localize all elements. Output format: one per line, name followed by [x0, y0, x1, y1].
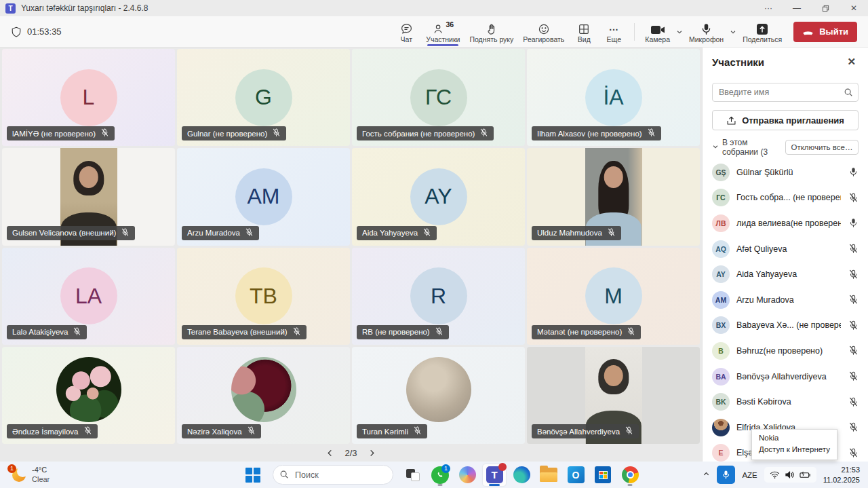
video-tile[interactable]: R RB (не проверено) [352, 248, 525, 345]
tile-name: lAMİYƏ (не проверено) [12, 130, 96, 138]
previous-page-icon[interactable] [326, 449, 334, 457]
video-tile[interactable]: AM Arzu Muradova [177, 148, 350, 245]
send-invite-button[interactable]: Отправка приглашения [712, 110, 859, 130]
participant-name: Gülnar Şükürlü [736, 168, 841, 177]
start-button[interactable] [241, 464, 264, 486]
participant-mic-icon[interactable] [848, 397, 859, 407]
chat-button[interactable]: Чат [391, 17, 421, 47]
tray-expand-chevron-icon[interactable] [703, 470, 710, 480]
tile-nameplate: Ənduzə İsmayilova [7, 424, 98, 438]
participant-row[interactable]: GŞ Gülnar Şükürlü [712, 159, 859, 185]
tile-avatar: AY [410, 168, 467, 225]
teams-button[interactable]: T [483, 464, 506, 486]
mute-all-button[interactable]: Отключить все мик... [785, 140, 859, 155]
leave-button[interactable]: Выйти [793, 22, 857, 42]
participant-search-input[interactable] [712, 83, 859, 102]
weather-widget[interactable]: 1 -4°C Clear [11, 466, 113, 485]
participant-mic-icon[interactable] [848, 167, 859, 177]
outlook-button[interactable]: O [564, 464, 587, 486]
video-tile[interactable]: ГС Гость собрания (не проверено) [352, 49, 525, 146]
video-tile[interactable]: Bənövşə Allahverdiyeva [527, 347, 700, 444]
microphone-options-chevron-icon[interactable] [730, 29, 736, 35]
participant-avatar: BA [712, 368, 730, 386]
taskbar-search-icon [279, 470, 289, 482]
participant-mic-icon[interactable] [848, 295, 859, 305]
raise-hand-button[interactable]: Поднять руку [465, 17, 518, 47]
react-button[interactable]: Реагировать [518, 17, 569, 47]
window-restore-icon[interactable] [811, 0, 840, 16]
participant-mic-icon[interactable] [848, 269, 859, 280]
camera-button[interactable]: Камера [640, 17, 675, 47]
tile-name: Nəzirə Xaliqova [187, 428, 242, 436]
participant-mic-icon[interactable] [848, 371, 859, 381]
participants-button[interactable]: 36 Участники [421, 17, 465, 47]
participant-mic-icon[interactable] [848, 320, 859, 331]
video-tile[interactable]: TB Terane Babayeva (внешний) [177, 248, 350, 345]
video-tile[interactable]: Ənduzə İsmayilova [2, 347, 175, 444]
whatsapp-badge: 1 [441, 464, 450, 473]
participant-row[interactable]: BX Babayeva Xə... (не проверено) [712, 313, 859, 339]
more-button[interactable]: ··· Еще [599, 17, 629, 47]
video-tile[interactable]: Gulsen Velicanova (внешний) [2, 148, 175, 245]
task-view-button[interactable] [401, 464, 425, 486]
window-more-icon[interactable]: ··· [754, 0, 783, 16]
video-tile[interactable]: AY Aida Yahyayeva [352, 148, 525, 245]
participant-row[interactable]: BA Bənövşə Allahverdiyeva [712, 364, 859, 390]
video-tile[interactable]: Turan Kərimli [352, 347, 525, 444]
participant-mic-icon[interactable] [848, 345, 859, 356]
chrome-button[interactable] [618, 464, 642, 486]
participants-icon [433, 23, 445, 35]
video-tile[interactable]: Ulduz Mahmudova [527, 148, 700, 245]
section-chevron-icon[interactable] [712, 143, 719, 152]
taskbar-search-input[interactable] [273, 465, 393, 485]
participant-row[interactable]: ЛВ лида велиева(не проверено) [712, 210, 859, 236]
whatsapp-button[interactable]: 1 [429, 464, 452, 486]
weather-temp: -4°C [32, 466, 50, 475]
window-close-icon[interactable]: ✕ [840, 0, 868, 16]
share-screen-icon [756, 20, 768, 35]
participant-row[interactable]: ГС Гость собра... (не проверено) [712, 185, 859, 211]
video-tile[interactable]: M Mətanət (не проверено) [527, 248, 700, 345]
file-explorer-button[interactable] [537, 464, 560, 486]
participant-list: GŞ Gülnar Şükürlü ГС Гость собра... (не … [712, 159, 859, 462]
participant-row[interactable]: AM Arzu Muradova [712, 287, 859, 313]
participant-mic-icon[interactable] [848, 244, 859, 254]
mic-muted-icon [292, 327, 301, 337]
system-tray-icons[interactable] [764, 467, 816, 483]
window-minimize-icon[interactable]: — [783, 0, 811, 16]
camera-options-chevron-icon[interactable] [676, 29, 683, 35]
tile-name: Ilham Alxasov (не проверено) [537, 130, 642, 138]
share-button[interactable]: Поделиться [738, 17, 787, 47]
tile-nameplate: Mətanət (не проверено) [532, 325, 641, 339]
view-button[interactable]: Вид [569, 17, 599, 47]
person-face [604, 166, 623, 188]
weather-desc: Clear [32, 475, 50, 485]
next-page-icon[interactable] [368, 449, 376, 457]
participant-mic-icon[interactable] [848, 448, 859, 458]
mic-in-use-indicator[interactable] [717, 466, 735, 484]
tile-name: Ənduzə İsmayilova [12, 428, 79, 436]
video-tile[interactable]: Nəzirə Xaliqova [177, 347, 350, 444]
video-tile[interactable]: İA Ilham Alxasov (не проверено) [527, 49, 700, 146]
microphone-button[interactable]: Микрофон [684, 17, 728, 47]
participant-row[interactable]: AQ Afət Quliyeva [712, 236, 859, 262]
copilot-button[interactable] [456, 464, 479, 486]
participant-row[interactable]: BK Bəsti Kəbirova [712, 389, 859, 415]
taskbar-clock[interactable]: 21:53 11.02.2025 [823, 465, 860, 485]
keyboard-language[interactable]: AZE [742, 471, 757, 479]
toolbar-divider [634, 23, 635, 41]
edge-button[interactable] [510, 464, 533, 486]
video-tile[interactable]: G Gulnar (не проверено) [177, 49, 350, 146]
panel-close-icon[interactable]: ✕ [844, 54, 859, 69]
video-tile[interactable]: LA Lalə Atakişiyeva [2, 248, 175, 345]
video-tile[interactable]: L lAMİYƏ (не проверено) [2, 49, 175, 146]
window-titlebar: T Yuxarı təfəkkür tapşırıqları - 2.4.6.8… [0, 0, 868, 16]
participant-mic-icon[interactable] [848, 193, 859, 203]
participant-mic-icon[interactable] [848, 218, 859, 228]
ms-store-button[interactable] [591, 464, 614, 486]
participant-row[interactable]: AY Aida Yahyayeva [712, 261, 859, 287]
mic-muted-icon [647, 128, 656, 138]
ms-store-icon [595, 466, 611, 483]
participant-mic-icon[interactable] [848, 422, 859, 432]
participant-row[interactable]: B Bəhruz(не проверено) [712, 338, 859, 364]
